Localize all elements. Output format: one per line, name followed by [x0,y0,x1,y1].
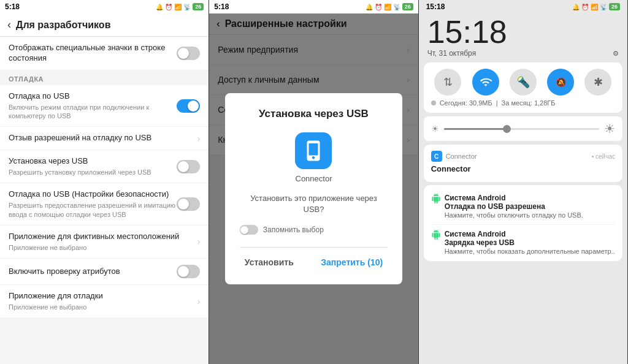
fake-location-desc: Приложение не выбрано [9,243,197,252]
android-notif2-desc: Нажмите, чтобы показать дополнительные п… [445,247,615,256]
usb-install-desc: Разрешить установку приложений через USB [9,168,177,176]
setting-check-attrs[interactable]: Включить проверку атрибутов [0,259,209,285]
notification-connector[interactable]: C Connector • сейчас Connector [424,145,622,182]
usb-debug-toggle[interactable] [177,99,200,113]
brightness-handle[interactable] [503,125,511,133]
dialog-app-name: Connector [296,174,332,183]
android-icon-1 [431,194,441,203]
panel-developer-options: 5:18 🔔 ⏰ 📶 📡 26 ‹ Для разработчиков Отоб… [0,0,209,364]
debug-app-desc: Приложение не выбрано [9,303,197,311]
date-row: Чт, 31 октября ⚙ [419,48,627,63]
wifi-icon-p3: 📡 [600,4,607,10]
qs-data-toggle[interactable]: ⇅ [434,69,461,96]
connector-app-name: Connector [446,153,477,160]
bell-icon: 🔔 [156,4,163,10]
chevron-usb-permission: › [197,134,201,143]
notification-usb-debug[interactable]: Система Android Отладка по USB разрешена… [424,185,622,261]
android-notif1-title: Отладка по USB разрешена [445,202,583,211]
android-notif1-app: Система Android [445,194,583,202]
dialog-overlay: Установка через USB Connector Установить… [209,13,418,364]
wifi-qs-icon [480,76,492,88]
data-today: Сегодня: 30,9МБ [440,99,492,107]
brightness-bar[interactable] [444,128,599,130]
panel-notifications: 15:18 🔔 ⏰ 📶 📡 26 15:18 Чт, 31 октября ⚙ … [419,0,628,364]
deny-button[interactable]: Запретить (10) [316,255,388,270]
setting-usb-permission[interactable]: Отзыв разрешений на отладку по USB › [0,127,209,150]
wifi-icon: 📡 [183,4,191,10]
setting-usb-debug[interactable]: Отладка по USB Включить режим отладки пр… [0,85,209,127]
qs-bluetooth-toggle[interactable]: ✱ [584,69,611,96]
setting-special-icons[interactable]: Отображать специальные значки в строке с… [0,37,209,70]
status-icons-p3: 🔔 ⏰ 📶 📡 26 [572,3,620,10]
install-button[interactable]: Установить [240,255,299,270]
time-p3: 15:18 [426,2,445,11]
status-icons-p2: 🔔 ⏰ 📶 📡 26 [366,3,413,10]
quick-settings-panel: ⇅ 🔦 🔕 ✱ Сегодня: 30,9МБ | За месяц: 1,28… [424,63,622,113]
alarm-icon-p2: ⏰ [375,4,382,10]
dialog-remember-row: Запомнить выбор [240,225,388,235]
check-attrs-title: Включить проверку атрибутов [9,267,177,277]
connector-notif-time: • сейчас [592,153,615,160]
setting-fake-location[interactable]: Приложение для фиктивных местоположений … [0,226,209,259]
section-debug-label: ОТЛАДКА [0,70,209,85]
bell-icon-p2: 🔔 [366,4,373,10]
panel-advanced-settings: 5:18 🔔 ⏰ 📶 📡 26 ‹ Расширенные настройки … [209,0,418,364]
battery-badge-p2: 26 [402,3,413,10]
fake-location-title: Приложение для фиктивных местоположений [9,232,197,242]
bell-icon-p3: 🔔 [572,4,580,10]
qs-dnd-toggle[interactable]: 🔕 [547,69,574,96]
remember-toggle[interactable] [240,225,258,235]
android-notif1-desc: Нажмите, чтобы отключить отладку по USB. [445,211,583,219]
android-icon-2 [431,230,441,240]
dialog-app-icon [295,132,332,169]
usb-permission-title: Отзыв разрешений на отладку по USB [9,133,197,143]
special-icons-toggle[interactable] [177,47,200,60]
dialog-icon-area: Connector [240,132,388,183]
notif-header-connector: C Connector • сейчас [431,151,615,162]
wifi-icon-p2: 📡 [393,4,400,10]
header-p1: ‹ Для разработчиков [0,13,209,37]
usb-charge-notif-section: Система Android Зарядка через USB Нажмит… [431,224,615,256]
brightness-high-icon: ☀ [604,121,615,136]
android-notif2-app: Система Android [445,230,615,238]
time-p2: 5:18 [214,2,229,11]
chevron-fake-location: › [197,237,201,246]
chevron-debug-app: › [197,297,201,306]
connector-app-icon: C [431,151,442,162]
setting-usb-security[interactable]: Отладка по USB (Настройки безопасности) … [0,183,209,225]
panel2-wrapper: ‹ Расширенные настройки Режим предприяти… [209,13,418,364]
qs-flash-toggle[interactable]: 🔦 [510,69,537,96]
gear-icon[interactable]: ⚙ [613,50,619,58]
setting-usb-install[interactable]: Установка через USB Разрешить установку … [0,150,209,183]
usb-install-title: Установка через USB [9,156,177,167]
status-bar-p3: 15:18 🔔 ⏰ 📶 📡 26 [419,0,627,13]
usb-security-desc: Разрешить предоставление разрешений и им… [9,201,177,219]
status-bar-p2: 5:18 🔔 ⏰ 📶 📡 26 [209,0,418,13]
alarm-icon: ⏰ [165,4,172,10]
brightness-fill [444,128,506,130]
dialog-buttons: Установить Запретить (10) [240,247,388,270]
back-button-p1[interactable]: ‹ [7,18,11,31]
battery-badge-p3: 26 [609,3,620,10]
special-icons-label: Отображать специальные значки в строке с… [9,43,177,64]
setting-debug-app[interactable]: Приложение для отладки Приложение не выб… [0,285,209,318]
data-usage-row: Сегодня: 30,9МБ | За месяц: 1,28ГБ [431,96,615,107]
usb-debug-desc: Включить режим отладки при подключении к… [9,103,177,121]
connector-notif-title: Connector [431,164,615,173]
signal-icon-p2: 📶 [384,4,391,10]
usb-install-dialog: Установка через USB Connector Установить… [225,93,402,284]
connector-icon [302,140,324,162]
alarm-icon-p3: ⏰ [581,4,589,10]
battery-badge-p1: 26 [193,3,204,10]
check-attrs-toggle[interactable] [177,265,200,278]
page-title-p1: Для разработчиков [16,20,110,31]
dialog-message: Установить это приложение через USB? [240,193,388,215]
usb-security-toggle[interactable] [177,197,200,211]
brightness-row[interactable]: ☀ ☀ [424,116,622,141]
dialog-title: Установка через USB [240,108,388,120]
status-icons-p1: 🔔 ⏰ 📶 📡 26 [156,3,204,10]
qs-wifi-toggle[interactable] [472,69,499,96]
signal-icon-p3: 📶 [591,4,598,10]
usb-install-toggle[interactable] [177,160,200,173]
android-notif2-title: Зарядка через USB [445,238,615,247]
